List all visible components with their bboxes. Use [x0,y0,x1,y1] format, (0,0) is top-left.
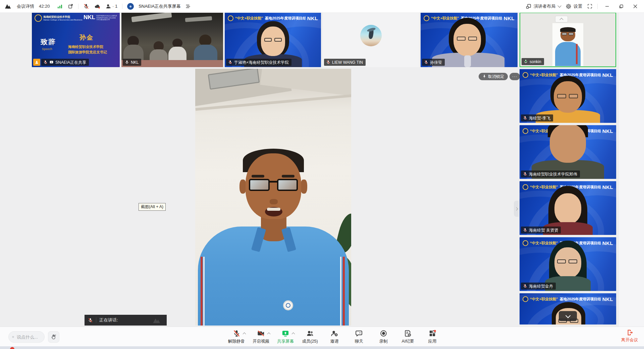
ceiling [260,69,351,99]
maximize-button[interactable] [616,2,626,10]
sidebar-tile-wuxianxian[interactable]: “中文+职业技能” 基地2025年度培训项目结班仪式 NKL 海南经贸 吴贤贤 [520,181,616,235]
name-label: 海南经贸金丹 [521,283,556,290]
smiley-icon [12,334,14,340]
tile-shared-screen[interactable]: 海南经贸职业技术学院 Hainan College of Economics a… [32,12,120,67]
pin-icon [482,74,486,79]
cb-logo-icon [523,184,528,190]
close-button[interactable] [631,2,640,10]
glasses-left [264,38,272,42]
unlock-pin-button[interactable]: 取消锁定 [479,73,508,80]
sidebar-scroll-down-button[interactable] [559,311,577,321]
quick-chat-pill[interactable] [8,331,45,343]
glasses-left [457,37,466,41]
leave-meeting-button[interactable]: 离开会议 [621,329,638,343]
mic-muted-status-icon[interactable] [83,3,89,9]
members-status-icon[interactable]: · 1 [105,3,117,9]
mic-options-caret[interactable] [243,333,246,336]
mic-muted-icon [228,60,232,64]
cb-logo-icon [523,128,528,134]
tile-liew-wang-tin[interactable]: LIEW WANG TIN [323,12,419,67]
glasses-right [569,259,577,263]
network-signal-icon[interactable] [57,4,63,9]
apps-button[interactable]: 应用 [423,329,442,344]
screenshot-tooltip: 截图(Alt + A) [139,203,166,211]
speaker-shirt [198,227,349,326]
quick-chat-input[interactable] [16,334,41,340]
glasses-right [274,38,282,42]
sleeve-trim-white [340,257,341,326]
mic-muted-icon [88,318,93,323]
cloud-status-icon[interactable] [94,3,101,9]
glasses-right [569,94,578,98]
college-logo-icon [35,14,42,22]
share-options-caret[interactable] [292,333,295,336]
share-screen-button[interactable]: 共享屏幕 [276,329,295,344]
chevron-up-icon [559,18,563,21]
unmute-button[interactable]: 解除静音 [227,329,246,344]
raise-hand-button[interactable] [48,331,59,343]
main-speaker-video[interactable] [195,69,351,326]
taskbar-notification-dot [10,347,14,349]
members-button[interactable]: 成员(25) [300,329,320,344]
tile-sonkin-self[interactable]: sonkin [520,12,616,67]
sleeve-trim-red [201,257,203,326]
camera-off-icon [257,330,265,337]
self-video-frame [552,23,583,66]
presenter-badge-icon [33,59,40,66]
ai-minutes-button[interactable]: AI纪要 [398,329,418,344]
name-label: SNAEIA正在共享 [41,59,89,66]
chevron-down-icon [565,313,571,318]
sidebar-tile-jindan[interactable]: “中文+职业技能” 基地2025年度培训项目结班仪式 NKL 海南经贸金丹 [520,237,616,291]
slide-title-en: Speech [42,47,52,51]
sleeve-trim-red [343,257,345,326]
taskbar-peek [0,346,644,349]
name-label: 海南经贸职业技术学院郑伟 [521,170,580,178]
profile-avatar [360,25,382,46]
mic-muted-icon [523,284,527,288]
glasses-left [557,94,566,98]
chat-button[interactable]: 聊天 [349,329,369,344]
record-button[interactable]: 录制 [374,329,393,344]
share-list-icon[interactable] [185,4,191,9]
layout-switcher[interactable]: 演讲者布局 [526,3,561,9]
sidebar-tile-zhengwei[interactable]: “中文+职业技能” 基地2025年度培训项目结班仪式 NKL 海南经贸职业技术学… [520,125,616,179]
raise-hand-icon [51,334,57,340]
tile-yushuyan[interactable]: “中文+职业技能” 基地2025年度培训项目结班仪式 NKL 于淑艳+海南经贸职… [225,12,321,67]
sidebar-tile-lifei[interactable]: “中文+职业技能” 基地2025年度培训项目结班仪式 NKL 海经贸-李飞 [520,69,616,123]
invite-button[interactable]: 邀请 [325,329,344,344]
cb-logo-icon [424,15,429,21]
minimize-button[interactable] [602,2,612,10]
mic-speaking-icon [524,59,528,64]
speaker-glasses-left [249,179,270,191]
mic-muted-icon [326,60,330,64]
sidebar-tile-partial[interactable]: “中文+职业技能” 基地2025年度培训项目结班仪式 NKL [520,293,616,325]
sidebar-gutter [619,12,644,327]
screen-share-mini-icon [49,60,54,64]
necklace [464,55,471,67]
video-options-caret[interactable] [267,333,271,336]
meeting-timer: 42:20 [39,4,52,9]
ceiling-light [185,16,212,22]
tile-nkl-classroom[interactable]: NKL [121,12,223,67]
cb-logo-icon [523,72,528,78]
sidebar-collapse-handle[interactable] [514,201,519,217]
name-label: 海南经贸 吴贤贤 [521,227,561,234]
name-label: LIEW WANG TIN [324,59,366,66]
strip-collapse-handle[interactable] [555,16,568,22]
settings-button[interactable]: 设置 [566,3,582,9]
fullscreen-icon[interactable] [587,3,593,9]
mic-muted-icon [424,60,428,64]
speaker-ear [301,180,307,194]
meeting-details-button[interactable]: 会议详情 [17,3,34,9]
name-label: NKL [123,59,141,66]
open-external-icon[interactable] [68,3,73,9]
speaking-label: 正在讲话: [99,317,118,323]
mic-muted-icon [523,228,527,232]
nkl-logo-text: NKL [84,14,95,21]
more-options-button[interactable]: ··· [509,73,520,80]
titlebar: 会议详情 42:20 · 1 ◈ SNAEIA正在共享屏幕 [0,0,644,13]
ceiling-light [131,12,172,22]
glasses-bridge [269,181,278,183]
start-video-button[interactable]: 开启视频 [251,329,271,344]
tile-sunjiaying[interactable]: “中文+职业技能” 基地2025年度培训项目结班仪式 NKL 孙佳莹 [421,12,518,67]
